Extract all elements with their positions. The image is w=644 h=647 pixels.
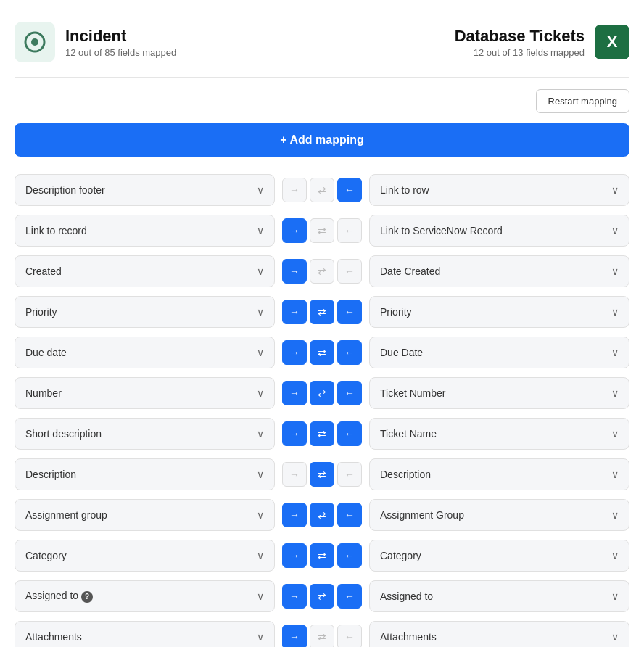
mapping-row: Description∨→⇄←Description∨ xyxy=(15,458,629,490)
right-field-label: Ticket Name xyxy=(380,428,437,440)
left-field-select[interactable]: Link to record∨ xyxy=(15,215,275,247)
arrow-left-button[interactable]: ← xyxy=(337,503,362,527)
chevron-down-icon: ∨ xyxy=(611,387,619,399)
source-logo xyxy=(15,22,55,62)
arrow-right-button[interactable]: → xyxy=(282,421,307,446)
right-field-select[interactable]: Link to row∨ xyxy=(369,174,629,206)
mapping-row: Priority∨→⇄←Priority∨ xyxy=(15,296,629,328)
arrow-right-button[interactable]: → xyxy=(282,381,307,405)
chevron-down-icon: ∨ xyxy=(257,550,264,561)
right-field-select[interactable]: Description∨ xyxy=(369,458,629,490)
destination-subtitle: 12 out of 13 fields mapped xyxy=(455,47,585,58)
destination-section: Database Tickets 12 out of 13 fields map… xyxy=(455,25,629,59)
mapping-row: Link to record∨→⇄←Link to ServiceNow Rec… xyxy=(15,215,629,247)
arrow-left-button[interactable]: ← xyxy=(337,300,362,324)
arrow-bidirectional-button[interactable]: ⇄ xyxy=(310,340,334,365)
left-field-select[interactable]: Description∨ xyxy=(15,458,275,490)
mapping-row: Short description∨→⇄←Ticket Name∨ xyxy=(15,418,629,450)
left-field-select[interactable]: Priority∨ xyxy=(15,296,275,328)
destination-info: Database Tickets 12 out of 13 fields map… xyxy=(455,27,585,58)
arrow-bidirectional-button[interactable]: ⇄ xyxy=(310,259,334,284)
right-field-select[interactable]: Category∨ xyxy=(369,540,629,572)
chevron-down-icon: ∨ xyxy=(257,306,264,318)
arrow-right-button[interactable]: → xyxy=(282,625,307,647)
chevron-down-icon: ∨ xyxy=(611,306,619,318)
chevron-down-icon: ∨ xyxy=(257,225,264,236)
left-field-select[interactable]: Description footer∨ xyxy=(15,174,275,206)
right-field-label: Assigned to xyxy=(380,590,433,602)
left-field-label: Link to record xyxy=(25,225,87,236)
left-field-label: Priority xyxy=(25,306,57,318)
chevron-down-icon: ∨ xyxy=(257,265,264,277)
left-field-select[interactable]: Number∨ xyxy=(15,377,275,409)
left-field-select[interactable]: Assignment group∨ xyxy=(15,499,275,531)
chevron-down-icon: ∨ xyxy=(611,184,619,196)
chevron-down-icon: ∨ xyxy=(611,428,619,440)
left-field-select[interactable]: Category∨ xyxy=(15,540,275,572)
right-field-select[interactable]: Ticket Name∨ xyxy=(369,418,629,450)
arrow-left-button[interactable]: ← xyxy=(337,381,362,405)
chevron-down-icon: ∨ xyxy=(257,184,264,196)
mapping-row: Assignment group∨→⇄←Assignment Group∨ xyxy=(15,499,629,531)
arrow-right-button[interactable]: → xyxy=(282,300,307,324)
arrow-left-button[interactable]: ← xyxy=(337,543,362,568)
left-field-select[interactable]: Attachments∨ xyxy=(15,621,275,647)
left-field-label: Description xyxy=(25,469,76,480)
arrow-bidirectional-button[interactable]: ⇄ xyxy=(310,543,334,568)
right-field-select[interactable]: Attachments∨ xyxy=(369,621,629,647)
left-field-select[interactable]: Due date∨ xyxy=(15,337,275,368)
arrow-left-button[interactable]: ← xyxy=(337,462,362,487)
arrow-right-button[interactable]: → xyxy=(282,218,307,243)
chevron-down-icon: ∨ xyxy=(257,347,264,358)
chevron-down-icon: ∨ xyxy=(611,590,619,602)
left-field-label: Number xyxy=(25,387,62,399)
restart-mapping-button[interactable]: Restart mapping xyxy=(536,89,629,113)
arrow-bidirectional-button[interactable]: ⇄ xyxy=(310,625,334,647)
left-field-select[interactable]: Created∨ xyxy=(15,255,275,287)
left-field-select[interactable]: Assigned to?∨ xyxy=(15,580,275,612)
add-mapping-button[interactable]: + Add mapping xyxy=(15,123,629,157)
right-field-select[interactable]: Date Created∨ xyxy=(369,255,629,287)
arrow-right-button[interactable]: → xyxy=(282,543,307,568)
right-field-label: Attachments xyxy=(380,631,437,643)
right-field-select[interactable]: Due Date∨ xyxy=(369,337,629,368)
arrow-right-button[interactable]: → xyxy=(282,503,307,527)
source-title: Incident xyxy=(65,27,176,46)
right-field-select[interactable]: Assignment Group∨ xyxy=(369,499,629,531)
arrow-left-button[interactable]: ← xyxy=(337,340,362,365)
arrow-right-button[interactable]: → xyxy=(282,259,307,284)
arrow-bidirectional-button[interactable]: ⇄ xyxy=(310,503,334,527)
arrow-right-button[interactable]: → xyxy=(282,340,307,365)
right-field-select[interactable]: Priority∨ xyxy=(369,296,629,328)
chevron-down-icon: ∨ xyxy=(611,225,619,236)
arrow-bidirectional-button[interactable]: ⇄ xyxy=(310,218,334,243)
arrow-left-button[interactable]: ← xyxy=(337,178,362,202)
arrow-bidirectional-button[interactable]: ⇄ xyxy=(310,584,334,609)
chevron-down-icon: ∨ xyxy=(611,550,619,561)
right-field-label: Link to ServiceNow Record xyxy=(380,225,503,236)
right-field-label: Category xyxy=(380,550,421,561)
right-field-select[interactable]: Ticket Number∨ xyxy=(369,377,629,409)
chevron-down-icon: ∨ xyxy=(611,509,619,521)
right-field-select[interactable]: Assigned to∨ xyxy=(369,580,629,612)
left-field-select[interactable]: Short description∨ xyxy=(15,418,275,450)
left-field-label: Short description xyxy=(25,428,102,440)
arrow-bidirectional-button[interactable]: ⇄ xyxy=(310,421,334,446)
arrow-left-button[interactable]: ← xyxy=(337,259,362,284)
arrow-right-button[interactable]: → xyxy=(282,462,307,487)
arrow-bidirectional-button[interactable]: ⇄ xyxy=(310,178,334,202)
arrow-group: →⇄← xyxy=(282,503,362,527)
arrow-left-button[interactable]: ← xyxy=(337,218,362,243)
arrow-bidirectional-button[interactable]: ⇄ xyxy=(310,381,334,405)
arrow-bidirectional-button[interactable]: ⇄ xyxy=(310,462,334,487)
right-field-label: Assignment Group xyxy=(380,509,464,521)
help-icon[interactable]: ? xyxy=(81,591,93,603)
arrow-bidirectional-button[interactable]: ⇄ xyxy=(310,300,334,324)
arrow-left-button[interactable]: ← xyxy=(337,584,362,609)
arrow-right-button[interactable]: → xyxy=(282,178,307,202)
right-field-select[interactable]: Link to ServiceNow Record∨ xyxy=(369,215,629,247)
arrow-left-button[interactable]: ← xyxy=(337,421,362,446)
arrow-left-button[interactable]: ← xyxy=(337,625,362,647)
arrow-right-button[interactable]: → xyxy=(282,584,307,609)
left-field-label: Attachments xyxy=(25,631,82,643)
